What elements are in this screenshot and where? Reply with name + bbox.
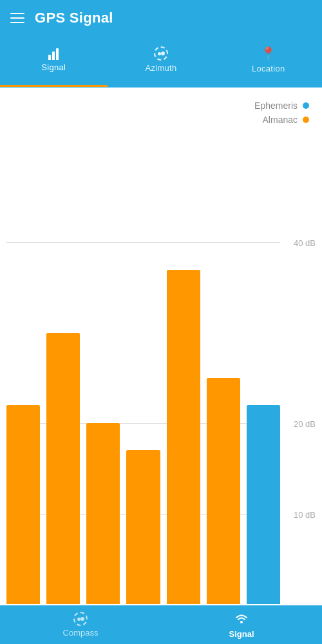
- tab-location[interactable]: 📍 Location: [214, 36, 322, 87]
- bar-0: [6, 405, 40, 604]
- bottom-navigation: Compass Signal: [0, 605, 322, 644]
- legend-almanac-dot: [303, 117, 309, 123]
- location-pin-icon: 📍: [260, 46, 276, 61]
- legend-ephemeris-dot: [303, 102, 309, 109]
- grid-label-20-dB: 20 dB: [294, 419, 316, 429]
- bar-1: [46, 333, 80, 604]
- legend-almanac: Almanac: [263, 115, 309, 125]
- app-title: GPS Signal: [35, 10, 113, 26]
- svg-point-0: [240, 621, 243, 623]
- tab-bar: Signal Azimuth 📍 Location: [0, 36, 322, 88]
- grid-label-40-dB: 40 dB: [294, 238, 316, 247]
- signal-nav-icon: [234, 611, 249, 627]
- legend-ephemeris: Ephemeris: [254, 100, 309, 111]
- bar-2: [86, 423, 120, 604]
- azimuth-icon: [154, 46, 168, 61]
- signal-bars-icon: [48, 47, 59, 60]
- tab-signal[interactable]: Signal: [0, 36, 108, 87]
- tab-azimuth[interactable]: Azimuth: [108, 36, 215, 87]
- hamburger-menu-button[interactable]: [10, 13, 24, 23]
- bar-3: [126, 450, 160, 604]
- grid-label-10-dB: 10 dB: [294, 510, 316, 520]
- legend-almanac-label: Almanac: [263, 115, 298, 125]
- compass-icon: [73, 612, 88, 626]
- nav-signal[interactable]: Signal: [161, 611, 322, 639]
- tab-azimuth-label: Azimuth: [145, 63, 176, 73]
- bar-4: [167, 270, 200, 604]
- tab-signal-label: Signal: [41, 62, 66, 72]
- nav-compass[interactable]: Compass: [0, 612, 161, 638]
- tab-location-label: Location: [252, 64, 285, 73]
- bar-5: [207, 378, 240, 604]
- chart-bars: [6, 152, 280, 605]
- nav-signal-label: Signal: [229, 629, 254, 639]
- app-header: GPS Signal: [0, 0, 322, 36]
- bar-6: [247, 405, 280, 604]
- chart-container: 40 dB20 dB10 dB: [6, 152, 316, 605]
- legend-ephemeris-label: Ephemeris: [254, 100, 298, 111]
- chart-legend: Ephemeris Almanac: [254, 100, 309, 125]
- nav-compass-label: Compass: [63, 628, 99, 638]
- chart-section: Ephemeris Almanac 40 dB20 dB10 dB: [0, 88, 322, 605]
